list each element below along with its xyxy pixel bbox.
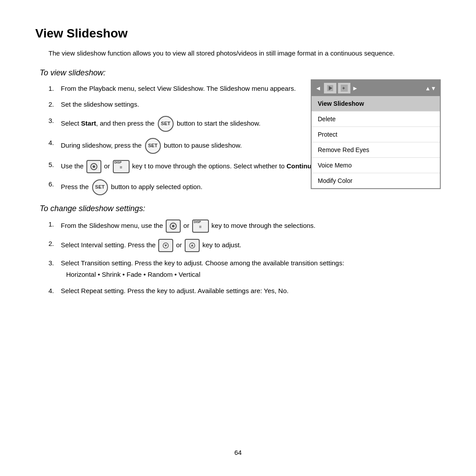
steps-list-2: 1. From the Slideshow menu, use the or D… [48, 219, 432, 296]
step-s2-3: 3. Select Transition setting. Press the … [48, 258, 432, 280]
menu-item-remove-red-eyes[interactable]: Remove Red Eyes [312, 142, 440, 158]
svg-marker-7 [191, 244, 193, 246]
svg-point-3 [172, 225, 175, 227]
menu-item-modify-color[interactable]: Modify Color [312, 173, 440, 188]
step-s2-1: 1. From the Slideshow menu, use the or D… [48, 219, 432, 233]
disp-icon-inner: ≡ [120, 164, 123, 171]
nav-arrows-icon: ▲▼ [425, 85, 436, 92]
step-s2-3-num: 3. [48, 258, 61, 268]
step-s2-1-text: From the Slideshow menu, use the or DISP… [61, 219, 432, 233]
step-s2-4-num: 4. [48, 286, 61, 296]
settings-icon: ✦ [338, 83, 350, 93]
step-3-num: 3. [48, 116, 61, 126]
step-s2-4-text: Select Repeat setting. Press the key to … [61, 286, 432, 296]
set-button-icon: SET [158, 116, 174, 132]
svg-marker-5 [164, 245, 167, 247]
section2-heading: To change slideshow settings: [40, 204, 432, 213]
lightning-key-icon [185, 239, 200, 252]
playback-icon [324, 83, 336, 93]
step-s2-2-text: Select Interval setting. Press the or ke… [61, 239, 432, 252]
disp-label: DISP [115, 160, 122, 165]
step-1-num: 1. [48, 84, 61, 94]
q-key-icon-2 [166, 219, 181, 233]
transition-options: Horizontal • Shrink • Fade • Random • Ve… [66, 270, 200, 280]
svg-text:✦: ✦ [342, 86, 346, 91]
menu-panel: ◄ ✦ ► ▲▼ View Slideshow Delete Pr [311, 79, 441, 189]
left-arrow-icon: ◄ [315, 85, 321, 92]
disp-icon-inner-2: ≡ [199, 223, 202, 230]
page: View Slideshow The view slideshow functi… [0, 0, 476, 476]
menu-header: ◄ ✦ ► ▲▼ [312, 80, 440, 96]
right-arrow-icon: ► [352, 85, 358, 92]
menu-item-delete[interactable]: Delete [312, 112, 440, 127]
page-title: View Slideshow [35, 26, 441, 41]
down-key-icon [158, 239, 173, 252]
disp-key-icon: DISP ≡ [113, 160, 130, 173]
disp-label-2: DISP [194, 220, 201, 225]
step-s2-4: 4. Select Repeat setting. Press the key … [48, 286, 432, 296]
step-5-num: 5. [48, 160, 61, 170]
set-button-icon-2: SET [145, 138, 161, 154]
svg-point-1 [93, 165, 95, 168]
menu-item-voice-memo[interactable]: Voice Memo [312, 158, 440, 173]
intro-text: The view slideshow function allows you t… [48, 48, 441, 59]
step-3-bold: Start [81, 119, 96, 126]
q-key-icon [86, 160, 101, 173]
step-s2-2: 2. Select Interval setting. Press the or… [48, 239, 432, 252]
step-2-num: 2. [48, 100, 61, 110]
set-button-icon-3: SET [92, 179, 108, 195]
step-4-num: 4. [48, 138, 61, 148]
step-s2-2-num: 2. [48, 239, 61, 249]
section1-heading: To view slideshow: [40, 68, 432, 78]
step-6-num: 6. [48, 179, 61, 190]
menu-item-view-slideshow[interactable]: View Slideshow [312, 96, 440, 112]
step-s2-3-text: Select Transition setting. Press the key… [61, 258, 432, 280]
step-s2-1-num: 1. [48, 219, 61, 230]
menu-item-protect[interactable]: Protect [312, 127, 440, 142]
disp-key-icon-2: DISP ≡ [192, 219, 209, 233]
page-number: 64 [234, 449, 242, 456]
